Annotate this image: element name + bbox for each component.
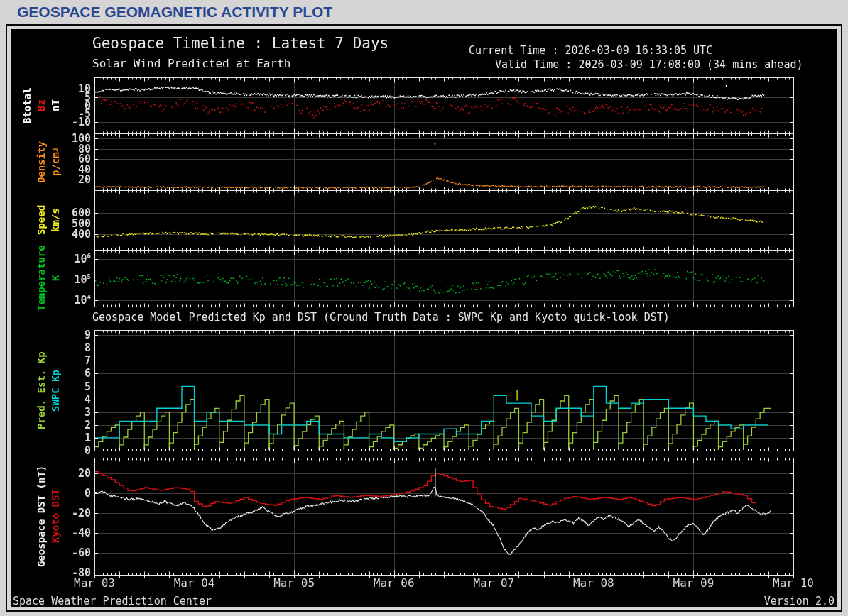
plot-frame: Geospace Timeline : Latest 7 Days Curren… — [6, 24, 842, 612]
plot-area: Geospace Timeline : Latest 7 Days Curren… — [11, 29, 837, 607]
timeline-plot-canvas — [11, 29, 837, 607]
page: { "header": { "title": "GEOSPACE GEOMAGN… — [0, 0, 848, 616]
page-title: GEOSPACE GEOMAGNETIC ACTIVITY PLOT — [17, 4, 332, 21]
